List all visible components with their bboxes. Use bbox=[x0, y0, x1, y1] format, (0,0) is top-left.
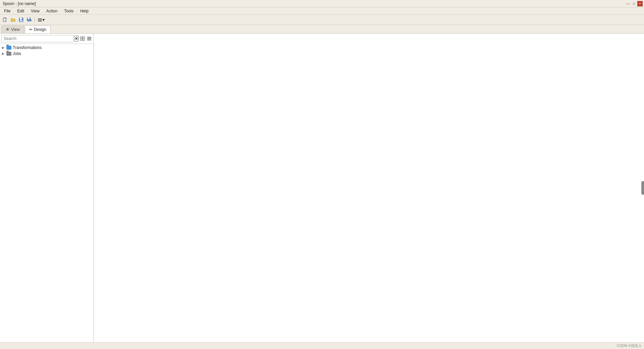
search-tools bbox=[79, 36, 92, 42]
window-title: Spoon - [no name] bbox=[1, 1, 36, 6]
save-as-button[interactable]: + bbox=[25, 16, 33, 23]
svg-rect-4 bbox=[20, 20, 22, 21]
svg-rect-15 bbox=[83, 39, 85, 41]
minimize-button[interactable]: — bbox=[625, 1, 631, 6]
folder-icon-transformations bbox=[6, 45, 11, 50]
tree-panel: ▶ Transformations ▶ Jobs bbox=[0, 44, 94, 342]
svg-rect-12 bbox=[80, 37, 82, 38]
svg-rect-9 bbox=[38, 18, 42, 19]
svg-text:+: + bbox=[30, 18, 32, 22]
search-bar: ✕ bbox=[0, 34, 94, 44]
title-bar: Spoon - [no name] — □ ✕ bbox=[0, 0, 644, 7]
new-file-icon bbox=[3, 17, 7, 22]
design-tab-icon: ✏ bbox=[29, 27, 33, 32]
menu-file[interactable]: File bbox=[1, 8, 13, 14]
expand-icon-jobs: ▶ bbox=[1, 52, 5, 55]
tree-label-transformations: Transformations bbox=[13, 45, 42, 50]
save-icon bbox=[19, 17, 23, 22]
layers-dropdown[interactable]: ▾ bbox=[36, 16, 46, 23]
search-clear-button[interactable]: ✕ bbox=[74, 36, 79, 42]
collapse-all-icon bbox=[87, 36, 92, 41]
status-text: CSDN ©优先 h bbox=[616, 343, 641, 348]
tree-item-jobs[interactable]: ▶ Jobs bbox=[0, 51, 94, 57]
maximize-button[interactable]: □ bbox=[631, 1, 637, 6]
menu-bar: File Edit View Action Tools Help bbox=[0, 7, 644, 15]
collapse-all-button[interactable] bbox=[86, 36, 92, 42]
tab-design[interactable]: ✏ Design bbox=[25, 26, 51, 33]
expand-all-icon bbox=[80, 36, 85, 41]
tree-label-jobs: Jobs bbox=[13, 51, 21, 56]
save-as-icon: + bbox=[27, 17, 32, 22]
search-input[interactable] bbox=[1, 35, 73, 42]
menu-edit[interactable]: Edit bbox=[14, 8, 27, 14]
svg-rect-18 bbox=[87, 40, 91, 40]
status-bar: CSDN ©优先 h bbox=[0, 342, 644, 349]
menu-view[interactable]: View bbox=[28, 8, 42, 14]
svg-rect-17 bbox=[87, 38, 91, 39]
toolbar: + ▾ bbox=[0, 15, 644, 25]
design-tab-label: Design bbox=[34, 27, 46, 32]
svg-rect-14 bbox=[80, 39, 82, 41]
svg-rect-7 bbox=[28, 18, 30, 19]
main-area: 👁 View ✏ Design ✕ bbox=[0, 25, 644, 342]
expand-icon-transformations: ▶ bbox=[1, 46, 5, 49]
open-icon bbox=[11, 17, 15, 22]
right-scroll-handle[interactable] bbox=[641, 181, 644, 195]
save-button[interactable] bbox=[17, 16, 25, 23]
dropdown-arrow: ▾ bbox=[43, 17, 45, 22]
tab-view[interactable]: 👁 View bbox=[1, 26, 24, 33]
close-button[interactable]: ✕ bbox=[637, 1, 643, 6]
main-canvas bbox=[94, 34, 644, 342]
folder-icon-jobs bbox=[6, 51, 11, 56]
svg-rect-3 bbox=[20, 18, 22, 19]
tabs-row: 👁 View ✏ Design bbox=[0, 25, 644, 34]
view-tab-icon: 👁 bbox=[6, 27, 10, 32]
svg-rect-11 bbox=[38, 21, 42, 21]
svg-rect-13 bbox=[83, 37, 85, 38]
layers-icon bbox=[38, 17, 42, 22]
view-tab-label: View bbox=[11, 27, 20, 32]
menu-tools[interactable]: Tools bbox=[61, 8, 76, 14]
content-panel: ✕ bbox=[0, 34, 644, 342]
menu-help[interactable]: Help bbox=[77, 8, 91, 14]
svg-rect-10 bbox=[38, 19, 42, 20]
svg-rect-16 bbox=[87, 37, 91, 38]
expand-all-button[interactable] bbox=[79, 36, 86, 42]
menu-action[interactable]: Action bbox=[44, 8, 60, 14]
toolbar-separator bbox=[34, 17, 35, 23]
sidebar: ✕ bbox=[0, 34, 94, 342]
tree-item-transformations[interactable]: ▶ Transformations bbox=[0, 45, 94, 51]
window-controls: — □ ✕ bbox=[625, 1, 643, 6]
svg-rect-5 bbox=[22, 18, 22, 19]
new-file-button[interactable] bbox=[1, 16, 9, 23]
open-button[interactable] bbox=[9, 16, 17, 23]
